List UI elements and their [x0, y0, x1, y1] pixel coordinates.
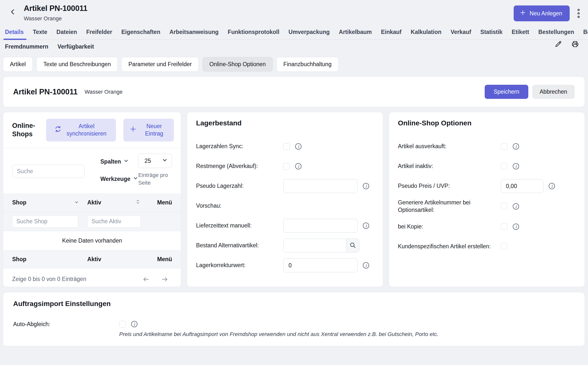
- tab-arbeitsanweisung[interactable]: Arbeitsanweisung: [169, 26, 219, 40]
- filter-aktiv-input[interactable]: [87, 215, 141, 228]
- new-entry-button[interactable]: Neuer Eintrag: [123, 119, 174, 141]
- plus-icon: [130, 126, 137, 135]
- pseudo-preis-input[interactable]: [501, 179, 543, 193]
- svg-text:i: i: [551, 184, 553, 189]
- tab-kalkulation[interactable]: Kalkulation: [411, 26, 442, 40]
- svg-text:i: i: [365, 263, 367, 268]
- artikel-inaktiv-checkbox[interactable]: [501, 163, 507, 170]
- restmenge-label: Restmenge (Abverkauf):: [196, 163, 283, 170]
- pagination-next-icon[interactable]: [161, 276, 168, 283]
- tab-statistik[interactable]: Statistik: [480, 26, 503, 40]
- generiere-artikelnummer-label: Generiere Artikelnummer bei Optionsartik…: [398, 199, 501, 214]
- lieferzeittext-input[interactable]: [283, 219, 358, 233]
- shop-options-panel: Online-Shop Optionen Artikel ausverkauft…: [389, 112, 585, 287]
- pill-online-shop-optionen[interactable]: Online-Shop Optionen: [202, 57, 273, 72]
- column-header-shop[interactable]: Shop: [12, 199, 87, 206]
- kundenspezifischen-artikel-label: Kundenspezifischen Artikel erstellen:: [398, 243, 501, 250]
- article-subtitle: Wasser Orange: [84, 89, 122, 95]
- filter-shop-input[interactable]: [12, 215, 78, 228]
- artikel-ausverkauft-label: Artikel ausverkauft:: [398, 143, 501, 150]
- info-icon[interactable]: i: [131, 321, 138, 328]
- pagination-prev-icon[interactable]: [142, 276, 150, 283]
- tab-dateien[interactable]: Dateien: [56, 26, 77, 40]
- tab-eigenschaften[interactable]: Eigenschaften: [121, 26, 160, 40]
- shops-search-input[interactable]: [12, 165, 84, 178]
- online-shops-title: Online-Shops: [12, 122, 39, 139]
- tab-verkauf[interactable]: Verkauf: [451, 26, 471, 40]
- info-icon[interactable]: i: [512, 203, 519, 210]
- sync-icon: [55, 126, 61, 135]
- tab-verfuegbarkeit[interactable]: Verfügbarkeit: [57, 43, 94, 50]
- entries-per-page-label: Einträge pro Seite: [138, 171, 172, 187]
- lagerbestand-panel: Lagerbestand Lagerzahlen Sync: i Restmen…: [187, 112, 383, 287]
- info-icon[interactable]: i: [548, 183, 555, 190]
- artikel-inaktiv-label: Artikel inaktiv:: [398, 163, 501, 170]
- tab-etikett[interactable]: Etikett: [512, 26, 529, 40]
- sort-chevron-down-icon: [74, 199, 79, 206]
- restmenge-checkbox[interactable]: [283, 163, 290, 170]
- edit-pencil-icon[interactable]: [553, 39, 563, 49]
- chevron-left-icon: [9, 8, 17, 17]
- info-icon[interactable]: i: [363, 183, 369, 190]
- tab-umverpackung[interactable]: Umverpackung: [288, 26, 330, 40]
- info-icon[interactable]: i: [363, 222, 369, 229]
- pseudo-preis-label: Pseudo Preis / UVP:: [398, 182, 501, 190]
- tab-funktionsprotokoll[interactable]: Funktionsprotokoll: [228, 26, 279, 40]
- page-title: Artikel PN-100011: [24, 4, 87, 13]
- back-button[interactable]: [7, 7, 18, 18]
- page-subtitle: Wasser Orange: [24, 15, 87, 22]
- tab-details[interactable]: Details: [5, 26, 24, 40]
- columns-menu[interactable]: Spalten: [100, 158, 138, 165]
- tab-bestellungen[interactable]: Bestellungen: [538, 26, 574, 40]
- tools-menu[interactable]: Werkzeuge: [100, 175, 138, 182]
- pill-parameter-und-freifelder[interactable]: Parameter und Freifelder: [121, 57, 199, 72]
- artikel-ausverkauft-checkbox[interactable]: [501, 143, 507, 150]
- svg-text:i: i: [515, 225, 517, 229]
- tab-bar: Details Texte Dateien Freifelder Eigensc…: [0, 26, 588, 53]
- lagerbestand-title: Lagerbestand: [196, 119, 374, 127]
- info-icon[interactable]: i: [512, 223, 519, 230]
- page-size-select[interactable]: 25: [138, 154, 172, 168]
- bei-kopie-checkbox[interactable]: [501, 223, 507, 230]
- info-icon[interactable]: i: [512, 163, 519, 170]
- auto-abgleich-label: Auto-Abgleich:: [13, 321, 119, 328]
- article-search-button[interactable]: [346, 239, 359, 252]
- auftragsimport-panel: Auftragsimport Einstellungen Auto-Abglei…: [3, 292, 585, 346]
- cancel-button[interactable]: Abbrechen: [532, 85, 575, 99]
- pill-finanzbuchhaltung[interactable]: Finanzbuchhaltung: [277, 57, 338, 72]
- shops-table-filter-row: [3, 212, 181, 231]
- info-icon[interactable]: i: [363, 262, 369, 269]
- more-options-icon[interactable]: [576, 7, 581, 19]
- pill-artikel[interactable]: Artikel: [3, 57, 33, 72]
- sync-article-button[interactable]: Artikel synchronisieren: [46, 119, 116, 141]
- bestand-alternativartikel-input[interactable]: [283, 239, 346, 252]
- search-icon: [349, 242, 356, 250]
- empty-table-message: Keine Daten vorhanden: [3, 231, 181, 251]
- column-header-aktiv[interactable]: Aktiv: [87, 199, 148, 206]
- print-icon[interactable]: [570, 39, 580, 49]
- shops-table-footer-header: Shop Aktiv Menü: [3, 251, 181, 268]
- tab-fremdnummern[interactable]: Fremdnummern: [5, 43, 48, 50]
- pseudo-lagerzahl-input[interactable]: [283, 179, 358, 193]
- auto-abgleich-checkbox[interactable]: [119, 321, 126, 328]
- bestand-alternativartikel-label: Bestand Alternativartikel:: [196, 242, 283, 249]
- new-create-button[interactable]: Neu Anlegen: [514, 5, 570, 21]
- info-icon[interactable]: i: [295, 143, 302, 150]
- lagerzahlen-sync-checkbox[interactable]: [283, 143, 290, 150]
- kundenspezifischen-artikel-checkbox[interactable]: [501, 243, 507, 250]
- svg-text:i: i: [298, 164, 300, 169]
- svg-text:i: i: [365, 184, 367, 189]
- save-button[interactable]: Speichern: [485, 85, 528, 99]
- pill-texte-und-beschreibungen[interactable]: Texte und Beschreibungen: [36, 57, 118, 72]
- generiere-artikelnummer-checkbox[interactable]: [501, 203, 507, 210]
- pseudo-lagerzahl-label: Pseudo Lagerzahl:: [196, 182, 283, 190]
- tab-belege[interactable]: Belege: [583, 26, 588, 40]
- info-icon[interactable]: i: [295, 163, 302, 170]
- lagerkorrekturwert-input[interactable]: [283, 258, 358, 272]
- tab-texte[interactable]: Texte: [33, 26, 47, 40]
- online-shops-panel: Online-Shops Artikel synchronisieren Neu…: [3, 112, 181, 287]
- tab-einkauf[interactable]: Einkauf: [381, 26, 401, 40]
- tab-artikelbaum[interactable]: Artikelbaum: [339, 26, 372, 40]
- info-icon[interactable]: i: [512, 143, 519, 150]
- tab-freifelder[interactable]: Freifelder: [86, 26, 112, 40]
